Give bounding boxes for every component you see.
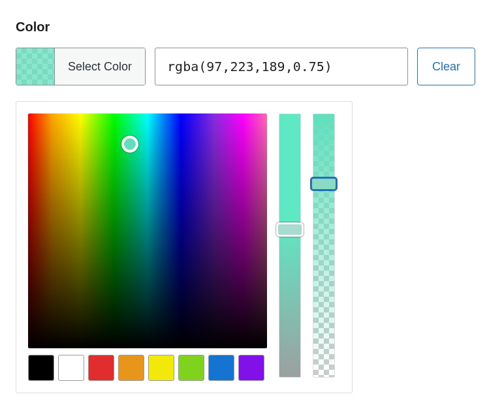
- color-input-row: Select Color Clear: [16, 48, 488, 85]
- color-section-title: Color: [16, 20, 488, 35]
- picker-left-column: [28, 113, 267, 381]
- swatch-select-group: Select Color: [16, 48, 146, 85]
- select-color-button[interactable]: Select Color: [54, 48, 145, 85]
- preset-swatch-purple[interactable]: [238, 355, 264, 381]
- color-picker-panel: [16, 101, 353, 393]
- preset-swatch-red[interactable]: [88, 355, 114, 381]
- lightness-slider[interactable]: [279, 113, 301, 378]
- preset-swatch-blue[interactable]: [208, 355, 234, 381]
- preset-swatch-white[interactable]: [58, 355, 84, 381]
- saturation-picker-handle[interactable]: [121, 136, 138, 153]
- preset-swatch-green[interactable]: [178, 355, 204, 381]
- color-swatch-preview: [16, 48, 54, 85]
- preset-swatch-black[interactable]: [28, 355, 54, 381]
- preset-swatch-orange[interactable]: [118, 355, 144, 381]
- alpha-slider[interactable]: [313, 113, 335, 378]
- slider-column: [279, 113, 335, 381]
- alpha-slider-handle[interactable]: [310, 177, 338, 191]
- preset-swatch-row: [28, 355, 267, 381]
- clear-button[interactable]: Clear: [417, 48, 475, 85]
- color-value-input[interactable]: [155, 48, 408, 85]
- lightness-slider-handle[interactable]: [276, 222, 304, 237]
- preset-swatch-yellow[interactable]: [148, 355, 174, 381]
- saturation-picker[interactable]: [28, 113, 267, 348]
